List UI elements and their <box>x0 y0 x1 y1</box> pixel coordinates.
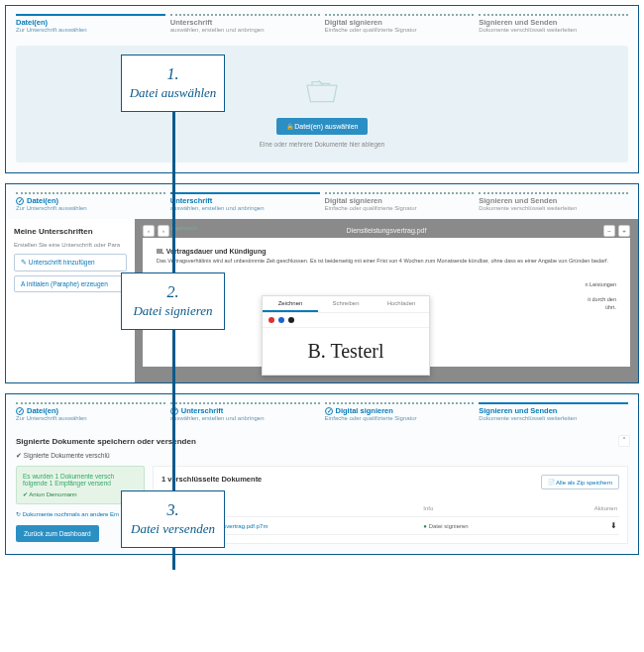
step-digital-sign[interactable]: Digital signierenEinfache oder qualifizi… <box>325 402 475 421</box>
stepper: Datei(en)Zur Unterschrift auswählen Unte… <box>6 6 638 41</box>
document-title: Dienstleistungsvertrag.pdf <box>347 227 427 234</box>
callout-step-1: 1.Datei auswählen <box>121 54 225 112</box>
step-files[interactable]: Datei(en)Zur Unterschrift auswählen <box>16 402 165 421</box>
color-black[interactable] <box>288 317 294 323</box>
callout-step-3: 3.Datei versenden <box>121 490 225 548</box>
tab-draw[interactable]: Zeichnen <box>263 296 318 312</box>
zoom-out-button[interactable]: − <box>603 225 615 237</box>
stepper: Datei(en)Zur Unterschrift auswählen Unte… <box>6 394 638 429</box>
panel-send: Datei(en)Zur Unterschrift auswählen Unte… <box>5 393 639 555</box>
color-picker <box>263 313 429 327</box>
signature-canvas[interactable]: B. Testerl <box>263 327 429 375</box>
next-doc-button[interactable]: › <box>158 225 169 237</box>
documents-table: DateiInfoAktionen 🔒 Dienstleistungsvertr… <box>161 500 619 535</box>
step-digital-sign[interactable]: Digital signierenEinfache oder qualifizi… <box>325 192 475 211</box>
step-files[interactable]: Datei(en)Zur Unterschrift auswählen <box>16 14 165 33</box>
section-heading: Signierte Dokumente speichern oder verse… <box>16 437 628 446</box>
download-zip-button[interactable]: 📄 Alle als Zip speichern <box>541 475 619 489</box>
encrypt-toggle[interactable]: ✔ Signierte Dokumente verschlü <box>16 452 628 460</box>
color-red[interactable] <box>268 317 274 323</box>
stepper: Datei(en)Zur Unterschrift auswählen Unte… <box>6 184 638 219</box>
step-send[interactable]: Signieren und SendenDokumente verschlüss… <box>479 402 628 421</box>
callout-step-2: 2.Datei signieren <box>121 272 225 330</box>
panel-upload: Datei(en)Zur Unterschrift auswählen Unte… <box>5 5 639 173</box>
back-to-dashboard-button[interactable]: Zurück zum Dashboard <box>16 525 99 542</box>
zoom-in-button[interactable]: + <box>618 225 630 237</box>
step-files[interactable]: Datei(en)Zur Unterschrift auswählen <box>16 192 165 211</box>
add-signature-button[interactable]: ✎ Unterschrift hinzufügen <box>14 254 127 272</box>
step-send[interactable]: Signieren und SendenDokumente verschlüss… <box>479 14 628 33</box>
prev-doc-button[interactable]: ‹ <box>143 225 155 237</box>
step-send[interactable]: Signieren und SendenDokumente verschlüss… <box>479 192 628 211</box>
step-digital-sign[interactable]: Digital signierenEinfache oder qualifizi… <box>325 14 475 33</box>
upload-dropzone[interactable]: Datei(en) auswählen Eine oder mehrere Do… <box>16 46 628 163</box>
signature-tabs: Zeichnen Schreiben Hochladen <box>263 296 429 313</box>
table-row: 🔒 Dienstleistungsvertrag.pdf.p7m Datei s… <box>161 517 619 535</box>
check-icon <box>16 197 24 205</box>
signatures-sidebar: Meine Unterschriften Erstellen Sie eine … <box>6 219 135 382</box>
check-icon <box>325 407 333 415</box>
tab-upload[interactable]: Hochladen <box>374 296 429 312</box>
status-badge: Datei signieren <box>423 523 468 529</box>
check-icon <box>16 407 24 415</box>
folder-icon <box>302 75 342 105</box>
sidebar-heading: Meine Unterschriften <box>14 227 127 236</box>
panel-sign: Datei(en)Zur Unterschrift auswählen Unte… <box>5 183 639 383</box>
step-signature[interactable]: Unterschriftauswählen, erstellen und anb… <box>170 192 320 211</box>
tab-type[interactable]: Schreiben <box>318 296 374 312</box>
download-icon[interactable]: ⬇ <box>610 521 617 530</box>
color-blue[interactable] <box>278 317 284 323</box>
upload-hint: Eine oder mehrere Dokumente hier ablegen <box>26 141 618 148</box>
step-signature[interactable]: Unterschriftauswählen, erstellen und anb… <box>170 402 320 421</box>
step-signature[interactable]: Unterschriftauswählen, erstellen und anb… <box>170 14 320 33</box>
collapse-button[interactable]: ˄ <box>618 435 630 447</box>
add-initials-button[interactable]: A Initialen (Paraphe) erzeugen <box>14 275 127 292</box>
select-files-button[interactable]: Datei(en) auswählen <box>276 118 369 135</box>
signature-popup: Zeichnen Schreiben Hochladen B. Testerl <box>262 295 430 376</box>
